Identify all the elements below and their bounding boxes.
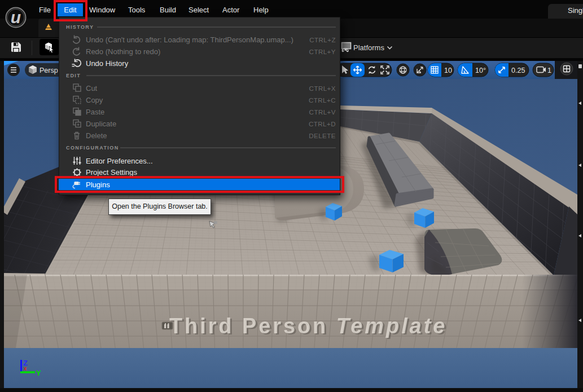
svg-text:Redo (Nothing to redo): Redo (Nothing to redo)	[86, 47, 160, 56]
svg-text:u: u	[11, 8, 21, 27]
svg-text:CTRL+C: CTRL+C	[309, 97, 336, 104]
svg-text:HISTORY: HISTORY	[66, 24, 94, 30]
svg-text:10: 10	[444, 67, 452, 74]
svg-text:Paste: Paste	[86, 108, 104, 116]
svg-text:Undo (Can't undo after: Loadin: Undo (Can't undo after: Loading map: Thi…	[86, 36, 293, 44]
svg-text:0.25: 0.25	[511, 67, 525, 74]
svg-text:Copy: Copy	[86, 96, 103, 104]
svg-text:1: 1	[547, 67, 551, 74]
svg-text:CTRL+Z: CTRL+Z	[309, 37, 336, 43]
svg-text:Y: Y	[36, 369, 41, 377]
svg-text:10°: 10°	[475, 67, 486, 74]
svg-text:CONFIGURATION: CONFIGURATION	[66, 145, 119, 151]
svg-text:DELETE: DELETE	[309, 133, 336, 139]
svg-text:CTRL+D: CTRL+D	[309, 121, 336, 127]
svg-text:Undo History: Undo History	[86, 59, 129, 68]
svg-text:Third Person Template: Third Person Template	[169, 314, 447, 338]
svg-text:CTRL+Y: CTRL+Y	[309, 49, 336, 55]
svg-text:Editor Preferences...: Editor Preferences...	[86, 157, 153, 165]
svg-text:Duplicate: Duplicate	[86, 120, 116, 128]
svg-text:Persp: Persp	[40, 67, 58, 74]
svg-text:CTRL+V: CTRL+V	[309, 109, 336, 116]
svg-text:Cut: Cut	[86, 84, 98, 93]
svg-text:Delete: Delete	[86, 131, 107, 140]
svg-text:x: x	[24, 365, 27, 372]
svg-text:EDIT: EDIT	[66, 73, 81, 78]
svg-text:CTRL+X: CTRL+X	[309, 85, 336, 92]
svg-text:Project Settings: Project Settings	[86, 168, 138, 177]
